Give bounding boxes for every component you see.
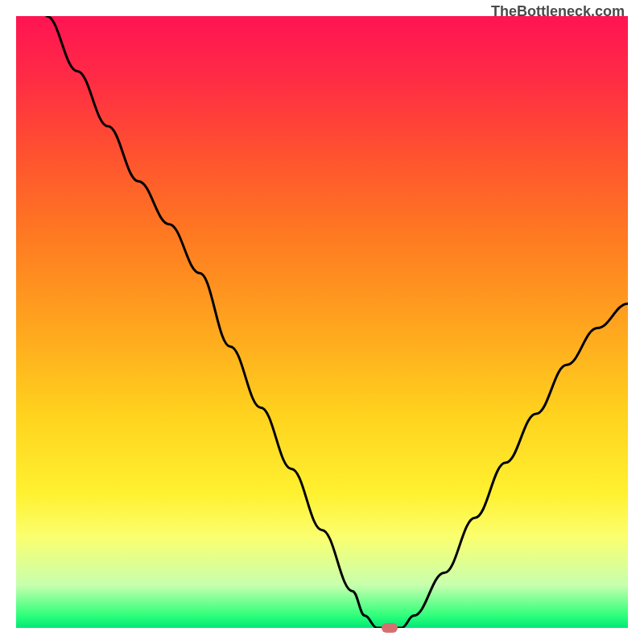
plot-area xyxy=(16,16,628,628)
bottleneck-curve xyxy=(16,16,628,628)
optimal-marker xyxy=(382,623,398,633)
chart-container: TheBottleneck.com xyxy=(0,0,644,644)
